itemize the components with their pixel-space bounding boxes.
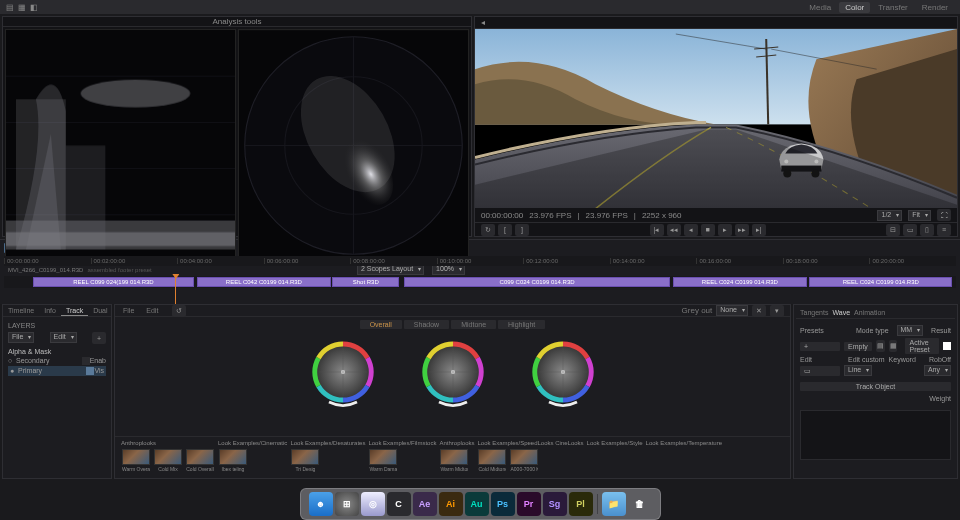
program-monitor[interactable]: [475, 29, 957, 208]
transport-mark-out-icon[interactable]: ]: [515, 224, 529, 236]
preset-thumb[interactable]: Cold Mix: [153, 449, 183, 472]
transport-view1-icon[interactable]: ▭: [903, 224, 917, 236]
workspace-color[interactable]: Color: [839, 2, 870, 13]
preset-thumb[interactable]: Cold Overall: [185, 449, 215, 472]
menu-icon-2[interactable]: ▦: [18, 3, 26, 11]
preset-thumb[interactable]: Warm Overall: [121, 449, 151, 472]
timeline-clip[interactable]: REEL C099 024(199 014.R3D: [33, 277, 195, 287]
transport-menu-icon[interactable]: ≡: [937, 224, 951, 236]
preset-thumb[interactable]: Ibex teling: [218, 449, 248, 472]
layer-primary[interactable]: Primary: [18, 367, 86, 375]
dock-after-effects[interactable]: Ae: [413, 492, 437, 516]
line-select[interactable]: Line: [844, 365, 872, 376]
dock-cinema4d[interactable]: C: [387, 492, 411, 516]
menu-icon-3[interactable]: ◧: [30, 3, 38, 11]
dock-illustrator[interactable]: Ai: [439, 492, 463, 516]
layers-tab-dual[interactable]: Dual: [88, 305, 112, 316]
presets-icon2[interactable]: ▦: [889, 340, 898, 352]
program-half-select[interactable]: 1/2: [877, 210, 902, 221]
waveform-scope[interactable]: [5, 29, 236, 262]
result-swatch[interactable]: [943, 342, 951, 350]
layers-file-sel[interactable]: File: [8, 332, 34, 343]
tonal-shadow[interactable]: Shadow: [404, 320, 449, 329]
program-prev-icon[interactable]: ◂: [481, 18, 485, 27]
timeline-clip[interactable]: REEL C024 C0199 014.R3D: [809, 277, 952, 287]
color-tab-file[interactable]: File: [119, 307, 138, 314]
layers-add-icon[interactable]: +: [92, 332, 106, 344]
color-menu-icon[interactable]: ▾: [770, 305, 784, 317]
greyout-select[interactable]: None: [716, 305, 748, 316]
timeline-clip[interactable]: REEL C024 C0199 014.R3D: [673, 277, 806, 287]
mode-type-select[interactable]: MM: [897, 325, 924, 336]
timeline-clip[interactable]: C099 C024 C0199 014.R3D: [404, 277, 671, 287]
rtab-tangents[interactable]: Tangents: [800, 309, 828, 316]
vectorscope[interactable]: [238, 29, 469, 262]
layer-secondary-enab[interactable]: [82, 357, 90, 365]
layers-edit-sel[interactable]: Edit: [50, 332, 77, 343]
rtab-animation[interactable]: Animation: [854, 309, 885, 316]
workspace-render[interactable]: Render: [916, 2, 954, 13]
color-reset-icon[interactable]: ↺: [172, 305, 186, 317]
dock-premiere[interactable]: Pr: [517, 492, 541, 516]
program-expand-icon[interactable]: ⛶: [937, 209, 951, 221]
transport-back-icon[interactable]: ◂: [684, 224, 698, 236]
layers-tab-track[interactable]: Track: [61, 305, 88, 316]
dock-safari[interactable]: ◎: [361, 492, 385, 516]
dock: ☻⊞◎CAeAiAuPsPrSgPl📁🗑: [300, 488, 661, 520]
dock-trash[interactable]: 🗑: [628, 492, 652, 516]
layer-secondary[interactable]: Secondary: [16, 357, 82, 365]
tonal-highlight[interactable]: Highlight: [498, 320, 545, 329]
transport-loop-icon[interactable]: ↻: [481, 224, 495, 236]
presets-empty[interactable]: Empty: [844, 342, 872, 351]
dock-photoshop[interactable]: Ps: [491, 492, 515, 516]
transport-view2-icon[interactable]: ▯: [920, 224, 934, 236]
transport-mark-in-icon[interactable]: [: [498, 224, 512, 236]
timeline-track[interactable]: REEL C099 024(199 014.R3DREEL C042 C0199…: [4, 276, 956, 288]
any-select[interactable]: Any: [924, 365, 951, 376]
transport-last-icon[interactable]: ▸|: [752, 224, 766, 236]
workspace-transfer[interactable]: Transfer: [872, 2, 914, 13]
menu-icon-1[interactable]: ▤: [6, 3, 14, 11]
layer-primary-vis[interactable]: [86, 367, 94, 375]
right-graph[interactable]: [800, 410, 951, 460]
track-object-button[interactable]: Track Object: [800, 382, 951, 391]
transport-play-icon[interactable]: ▸: [718, 224, 732, 236]
layers-tab-timeline[interactable]: Timeline: [3, 305, 39, 316]
color-tab-edit[interactable]: Edit: [142, 307, 162, 314]
presets-new-icon[interactable]: +: [800, 342, 840, 351]
transport-next-icon[interactable]: ▸▸: [735, 224, 749, 236]
preset-thumb[interactable]: A000-7000 K: [509, 449, 539, 472]
color-close-icon[interactable]: ✕: [752, 305, 766, 317]
color-wheel-1[interactable]: [308, 337, 378, 407]
dock-speedgrade[interactable]: Sg: [543, 492, 567, 516]
edit-sel[interactable]: ▭: [800, 366, 840, 376]
preset-thumb[interactable]: Warm Midton: [439, 449, 469, 472]
active-preset[interactable]: Active Preset: [905, 338, 939, 354]
dock-finder[interactable]: ☻: [309, 492, 333, 516]
dock-prelude[interactable]: Pl: [569, 492, 593, 516]
transport-first-icon[interactable]: |◂: [650, 224, 664, 236]
preset-thumb[interactable]: Warm Damas: [368, 449, 398, 472]
dock-launchpad[interactable]: ⊞: [335, 492, 359, 516]
preset-thumb[interactable]: Tri Desig: [290, 449, 320, 472]
preset-category: Anthroplooks: [121, 440, 215, 448]
transport-split-icon[interactable]: ⊟: [886, 224, 900, 236]
workspace-media[interactable]: Media: [803, 2, 837, 13]
rtab-wave[interactable]: Wave: [832, 309, 850, 316]
timeline-clip[interactable]: REEL C042 C0199 014.R3D: [197, 277, 330, 287]
presets-icon1[interactable]: ▤: [876, 340, 885, 352]
timeline-clip[interactable]: Shot R3D: [332, 277, 399, 287]
transport-stop-icon[interactable]: ■: [701, 224, 715, 236]
color-wheel-2[interactable]: [418, 337, 488, 407]
color-wheel-3[interactable]: [528, 337, 598, 407]
timeline-ruler[interactable]: 00:00:00:0000:02:00:0000:04:00:0000:06:0…: [4, 256, 956, 266]
program-fit-select[interactable]: Fit: [908, 210, 931, 221]
transport-prev-icon[interactable]: ◂◂: [667, 224, 681, 236]
preset-thumb[interactable]: Cold Midtones: [477, 449, 507, 472]
dock-audition[interactable]: Au: [465, 492, 489, 516]
tonal-overall[interactable]: Overall: [360, 320, 402, 329]
dock-folder[interactable]: 📁: [602, 492, 626, 516]
tonal-midtone[interactable]: Midtone: [451, 320, 496, 329]
keyword-label: Keyword: [889, 356, 916, 363]
layers-tab-info[interactable]: Info: [39, 305, 61, 316]
